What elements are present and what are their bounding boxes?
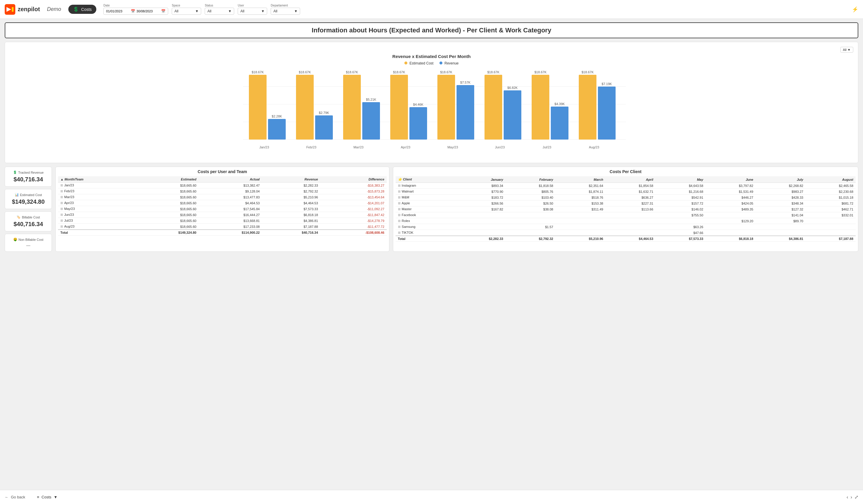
tracked-revenue-label: 💲 Tracked Revenue	[9, 171, 48, 174]
expand-client-icon[interactable]: ⊞	[398, 231, 401, 234]
mar-cell: $518.76	[555, 194, 605, 201]
may-month-label: May/23	[447, 146, 458, 149]
zenpilot-logo-icon	[5, 4, 15, 15]
aug-revenue-bar	[598, 87, 616, 140]
total-row: Total $149,324.80 $114,900.22 $40,716.34…	[58, 230, 387, 236]
jan-cell: $893.34	[456, 183, 506, 189]
date-from-input[interactable]	[106, 10, 129, 13]
mar-estimated-bar	[343, 75, 361, 140]
date-range-control[interactable]: 📅 📅	[103, 8, 168, 15]
month-cell: ⊞Jun/23	[58, 212, 136, 218]
estimated-cost-legend-label: Estimated Cost	[409, 61, 433, 65]
may-cell: $542.91	[656, 194, 706, 201]
department-select[interactable]: All ▼	[271, 8, 300, 15]
status-select[interactable]: All ▼	[205, 8, 234, 15]
chevron-down-icon-4: ▼	[294, 9, 298, 13]
month-cell: ⊞Apr/23	[58, 200, 136, 206]
mar-cell: $153.38	[555, 201, 605, 206]
apr-est-label: $18.67K	[393, 70, 405, 74]
expand-icon[interactable]: ⊞	[60, 201, 63, 205]
revenue-cell: $5,210.96	[262, 194, 321, 200]
expand-client-icon[interactable]: ⊞	[398, 207, 401, 211]
revenue-cell: $7,573.33	[262, 206, 321, 212]
space-select[interactable]: All ▼	[172, 8, 201, 15]
client-name-cell: ⊞Master	[396, 206, 456, 212]
expand-client-icon[interactable]: ⊞	[398, 213, 401, 217]
jun-est-label: $18.67K	[487, 70, 500, 74]
feb-cell	[505, 212, 555, 218]
filter-funnel-icon[interactable]: ⚡	[852, 6, 858, 13]
actual-cell: $13,382.47	[199, 182, 262, 188]
actual-cell: $13,477.83	[199, 194, 262, 200]
jul-revenue-bar	[551, 106, 568, 140]
expand-client-icon[interactable]: ⊞	[398, 201, 401, 205]
client-table-row: ⊞Facebook $755.50 $141.04 $332.01	[396, 212, 855, 218]
feb-cell: $1,818.58	[505, 183, 555, 189]
active-tab-costs[interactable]: 💲 Costs	[68, 5, 97, 14]
main-content: Information about Hours (Expected and Wo…	[0, 19, 863, 269]
estimated-cost-value: $149,324.80	[9, 199, 48, 205]
chevron-down-icon-3: ▼	[261, 9, 264, 13]
client-table-row: ⊞M&M $183.72 $103.40 $518.76 $636.27 $54…	[396, 194, 855, 201]
expand-client-icon[interactable]: ⊞	[398, 190, 401, 193]
expand-icon[interactable]: ⊞	[60, 195, 63, 199]
expand-icon[interactable]: ⊞	[60, 219, 63, 222]
expand-icon[interactable]: ⊞	[60, 189, 63, 193]
chart-dropdown[interactable]: All ▼	[840, 47, 853, 53]
feb-estimated-bar	[296, 75, 314, 140]
client-total-jan: $2,282.33	[456, 236, 506, 242]
costs-per-user-table-wrapper[interactable]: ▲ Month/Team Estimated Actual Revenue Di…	[58, 176, 387, 236]
revenue-cell: $7,187.88	[262, 224, 321, 230]
estimated-cost-card: 📊 Estimated Cost $149,324.80	[5, 189, 52, 209]
col-actual: Actual	[199, 176, 262, 182]
estimated-cost-label-card: 📊 Estimated Cost	[9, 193, 48, 197]
expand-icon[interactable]: ⊞	[60, 213, 63, 216]
revenue-cell: $4,464.53	[262, 200, 321, 206]
estimated-cell: $18,665.60	[136, 206, 199, 212]
aug-cell	[805, 230, 855, 236]
billable-icon: 🏷️	[16, 215, 21, 219]
feb-revenue-bar	[315, 115, 333, 140]
expand-client-icon[interactable]: ⊞	[398, 219, 401, 223]
expand-icon[interactable]: ⊞	[60, 207, 63, 211]
mar-cell	[555, 224, 605, 230]
page-title: Information about Hours (Expected and Wo…	[312, 26, 551, 34]
expand-icon[interactable]: ⊞	[60, 225, 63, 228]
aug-cell: $2,465.58	[805, 183, 855, 189]
jul-cell: $89.70	[755, 218, 805, 224]
user-filter: User All ▼	[238, 4, 267, 15]
table-header-row: ▲ Month/Team Estimated Actual Revenue Di…	[58, 176, 387, 182]
jun-cell: $446.27	[706, 194, 756, 201]
calendar-icon-2: 📅	[161, 9, 165, 13]
client-name-cell: ⊞M&M	[396, 194, 456, 201]
apr-month-label: Apr/23	[401, 146, 410, 149]
user-select[interactable]: All ▼	[238, 8, 267, 15]
chevron-down-icon: ▼	[195, 9, 199, 13]
jan-month-label: Jan/23	[259, 146, 269, 149]
may-cell: $1,216.68	[656, 189, 706, 194]
mar-revenue-bar	[362, 102, 380, 140]
space-label: Space	[172, 4, 201, 7]
expand-icon[interactable]: ⊞	[60, 184, 63, 187]
jan-cell	[456, 230, 506, 236]
expand-client-icon[interactable]: ⊞	[398, 184, 401, 187]
expand-client-icon[interactable]: ⊞	[398, 196, 401, 199]
actual-cell: $17,233.08	[199, 224, 262, 230]
feb-cell	[505, 230, 555, 236]
header: zenpilot Demo 💲 Costs Date 📅 📅 Space All…	[0, 0, 863, 19]
table-row: ⊞Jan/23 $18,665.60 $13,382.47 $2,282.33 …	[58, 182, 387, 188]
mar-cell: $2,351.64	[555, 183, 605, 189]
date-to-input[interactable]	[136, 10, 160, 13]
apr-cell: $227.31	[605, 201, 656, 206]
client-total-jun: $6,818.18	[706, 236, 756, 242]
client-table-row: ⊞Apple $266.56 $26.50 $153.38 $227.31 $1…	[396, 201, 855, 206]
costs-per-client-table-wrapper[interactable]: ⭐ Client January February March April Ma…	[396, 176, 855, 242]
costs-per-client-title: Costs Per Client	[396, 169, 855, 174]
revenue-cell: $2,792.32	[262, 188, 321, 194]
expand-client-icon[interactable]: ⊞	[398, 225, 401, 228]
apr-estimated-bar	[390, 75, 408, 140]
department-value: All	[273, 9, 277, 13]
difference-cell: -$14,201.07	[321, 200, 387, 206]
client-table-row: ⊞TIKTOK $47.66	[396, 230, 855, 236]
jul-cell: $428.33	[755, 194, 805, 201]
